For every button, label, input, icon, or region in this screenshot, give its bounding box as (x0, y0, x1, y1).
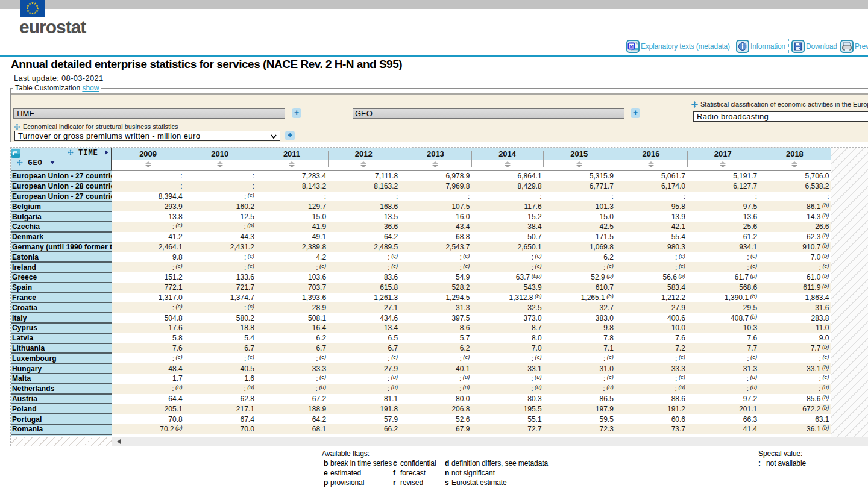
svg-text:M: M (629, 43, 634, 49)
